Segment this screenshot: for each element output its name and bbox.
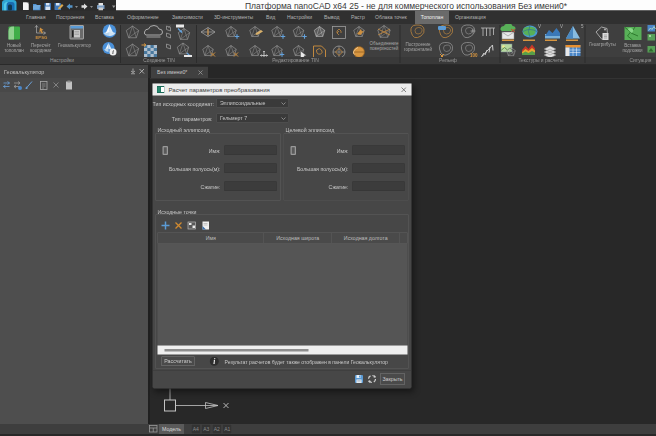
svg-text:100: 100 [470, 53, 478, 57]
svg-text:V: V [560, 24, 563, 29]
svg-text:5: 5 [581, 24, 584, 29]
svg-text:EPSG: EPSG [36, 35, 49, 40]
svg-text:V: V [538, 24, 541, 29]
